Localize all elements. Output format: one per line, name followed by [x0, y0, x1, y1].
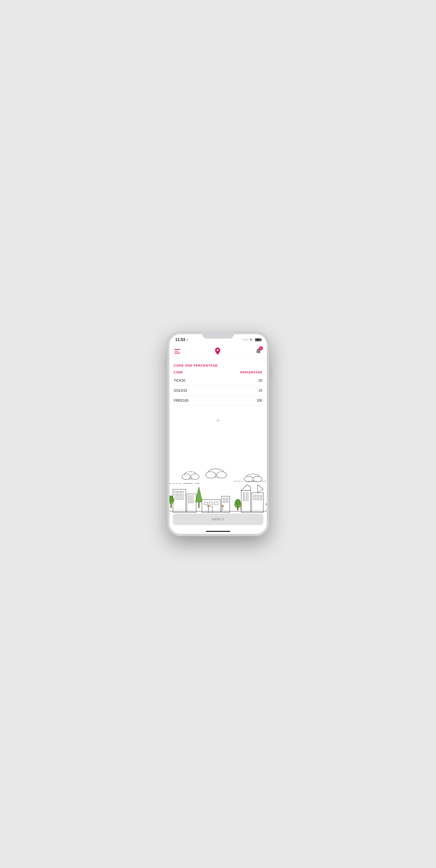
status-time: 11:53	[175, 338, 185, 342]
svg-point-65	[235, 499, 240, 505]
svg-marker-37	[195, 487, 202, 502]
svg-point-5	[205, 472, 216, 478]
col-header-code: CODE	[174, 371, 183, 374]
col-header-percentage: PERCENTAGE	[240, 371, 262, 374]
table-rows: TICK20 20 GOLD15 15 FREE100 100	[174, 376, 262, 405]
plus-icon: +	[215, 416, 221, 425]
svg-point-3	[191, 474, 199, 479]
notification-badge: 5	[259, 346, 263, 350]
table-row[interactable]: FREE100 100	[174, 396, 262, 405]
table-row[interactable]: GOLD15 15	[174, 385, 262, 396]
cell-percentage-1: 15	[259, 389, 262, 392]
section-title: CODE AND PERCENTAGE	[174, 364, 262, 367]
battery-icon	[255, 338, 261, 341]
table-row[interactable]: TICK20 20	[174, 376, 262, 385]
svg-point-2	[182, 474, 190, 479]
apply-button-container: APPLY	[169, 514, 267, 529]
cell-code-0: TICK20	[174, 378, 185, 382]
screen: 11:53 ↗	[169, 334, 267, 534]
add-button[interactable]: +	[213, 415, 224, 426]
city-svg	[169, 465, 267, 514]
svg-rect-56	[252, 493, 263, 513]
svg-rect-16	[173, 489, 186, 513]
hamburger-line-3	[174, 353, 180, 353]
app-header: 5	[169, 344, 267, 359]
main-content: CODE AND PERCENTAGE CODE PERCENTAGE TICK…	[169, 359, 267, 529]
svg-point-6	[216, 472, 227, 478]
signal-bars	[242, 339, 248, 340]
apply-button[interactable]: APPLY	[173, 514, 263, 525]
home-bar	[206, 531, 230, 532]
status-icons	[242, 338, 261, 341]
svg-point-73	[266, 503, 267, 505]
svg-point-35	[169, 496, 173, 501]
svg-marker-49	[241, 485, 250, 491]
table-section: CODE AND PERCENTAGE CODE PERCENTAGE TICK…	[169, 359, 267, 408]
svg-rect-66	[237, 506, 238, 510]
svg-marker-57	[257, 485, 263, 493]
wifi-icon	[249, 338, 253, 341]
notification-button[interactable]: 5	[255, 347, 262, 355]
cell-code-2: FREE100	[174, 399, 189, 402]
location-icon: ↗	[186, 338, 188, 341]
city-illustration	[169, 465, 267, 514]
logo	[213, 347, 222, 355]
notch	[202, 332, 234, 339]
hamburger-line-1	[174, 349, 180, 350]
svg-rect-38	[202, 500, 220, 513]
cell-percentage-0: 20	[259, 378, 262, 382]
svg-rect-48	[241, 491, 250, 513]
add-button-container: +	[169, 408, 267, 433]
phone-inner: 11:53 ↗	[169, 334, 267, 534]
hamburger-menu[interactable]	[174, 349, 180, 353]
cell-percentage-2: 100	[257, 399, 262, 402]
home-indicator	[169, 529, 267, 534]
hamburger-line-2	[174, 351, 179, 352]
cell-code-1: GOLD15	[174, 389, 187, 392]
table-header: CODE PERCENTAGE	[174, 371, 262, 374]
phone-frame: 11:53 ↗	[167, 332, 269, 536]
logo-pin-icon	[213, 347, 222, 355]
